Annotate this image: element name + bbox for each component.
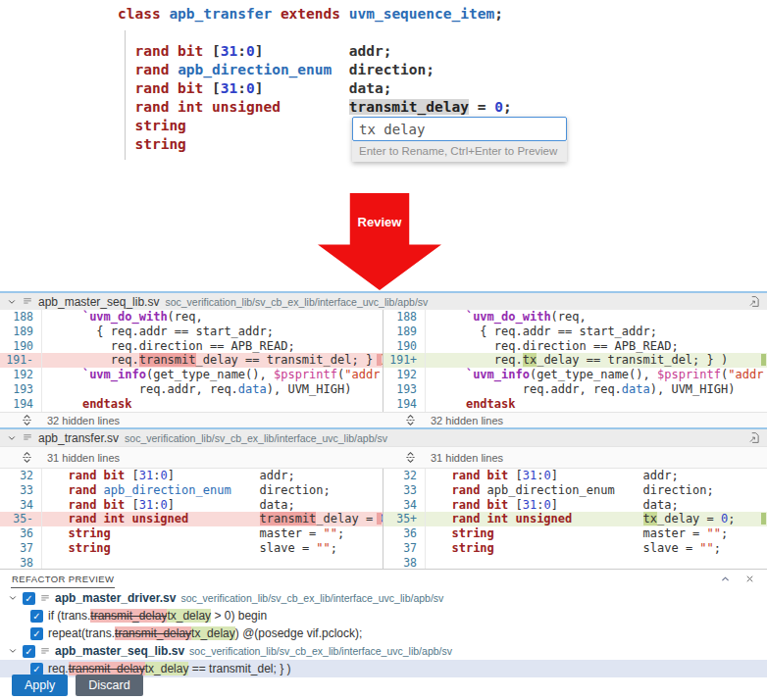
diff-code-row: 191+ req.tx_delay == transmit_del; } ) [384, 353, 767, 368]
unfold-icon[interactable] [405, 451, 416, 464]
line-number: 32 [0, 469, 41, 483]
close-panel-icon[interactable] [744, 574, 755, 584]
hidden-lines-half[interactable]: 32 hidden lines [0, 414, 384, 426]
diff-section: apb_transfer.svsoc_verification_lib/sv_c… [0, 427, 767, 571]
code-line [118, 24, 512, 42]
overview-ruler-mark [377, 354, 382, 366]
diff-code-row: 37 string slave = ""; [0, 541, 383, 556]
checked-checkbox[interactable]: ✓ [23, 592, 35, 605]
diff-code-row: 32 rand bit [31:0] addr; [0, 469, 383, 483]
diff-code-row: 35+ rand int unsigned tx_delay = 0; [384, 512, 767, 526]
overview-ruler-mark [761, 513, 766, 525]
code-text: req.addr, req.data), UVM_HIGH) [425, 382, 767, 397]
line-number: 194 [384, 397, 425, 412]
hidden-lines-half[interactable]: 31 hidden lines [0, 451, 384, 464]
unfold-icon[interactable] [22, 451, 32, 464]
collapse-chevron-icon[interactable] [7, 297, 17, 307]
code-text: req.direction == APB_READ; [425, 339, 767, 354]
diff-code-row: 194 endtask [384, 397, 767, 412]
checked-checkbox[interactable]: ✓ [30, 627, 43, 640]
code-text: string slave = ""; [425, 541, 767, 556]
code-text: rand bit [31:0] data; [425, 498, 767, 513]
refactor-preview-panel: REFACTOR PREVIEW ✓apb_master_driver.svso… [0, 569, 767, 700]
diff-pane-right: 32 rand bit [31:0] addr;33 rand apb_dire… [384, 469, 767, 571]
refactor-file-row[interactable]: ✓apb_master_seq_lib.svsoc_verification_l… [0, 642, 767, 660]
indent-guide [125, 30, 126, 160]
hidden-lines-half[interactable]: 32 hidden lines [384, 414, 767, 426]
code-text: `uvm_do_with(req, [41, 310, 383, 325]
diff-file-path: soc_verification_lib/sv_cb_ex_lib/interf… [165, 296, 428, 308]
hidden-lines-label: 32 hidden lines [431, 415, 503, 426]
diff-pane-left: 188 `uvm_do_with(req,189 { req.addr == s… [0, 310, 384, 412]
line-number: 188 [0, 310, 41, 325]
refactor-file-name: apb_master_driver.sv [55, 591, 176, 605]
diff-code-row: 36 string master = ""; [384, 526, 767, 541]
diff-header: apb_master_seq_lib.svsoc_verification_li… [0, 293, 767, 310]
unfold-icon[interactable] [405, 414, 416, 426]
expand-chevron-icon[interactable] [8, 646, 18, 656]
panel-header: REFACTOR PREVIEW [0, 570, 767, 589]
diff-code-row: 32 rand bit [31:0] addr; [384, 469, 767, 483]
hidden-lines-half[interactable]: 31 hidden lines [384, 451, 767, 464]
line-number: 188 [384, 310, 425, 325]
unfold-icon[interactable] [22, 414, 32, 426]
line-number: 194 [0, 397, 41, 412]
diff-code-row: 189 { req.addr == start_addr; [0, 325, 383, 339]
checked-checkbox[interactable]: ✓ [23, 645, 35, 658]
code-text: req.transmit_delay == transmit_del; } ) [41, 353, 383, 368]
line-number: 34 [0, 498, 41, 513]
diff-file-name: apb_transfer.sv [38, 431, 119, 445]
code-text: `uvm_do_with(req, [425, 310, 767, 325]
diff-code-row: 188 `uvm_do_with(req, [384, 310, 767, 325]
code-text: string slave = ""; [41, 541, 383, 556]
line-number: 193 [384, 382, 425, 397]
code-text: req.direction == APB_READ; [41, 339, 383, 354]
open-file-icon[interactable] [748, 295, 760, 308]
diff-code-row: 35- rand int unsigned transmit_delay = 0… [0, 512, 383, 526]
refactor-file-path: soc_verification_lib/sv_cb_ex_lib/interf… [180, 592, 443, 604]
refactor-change-row[interactable]: ✓repeat(trans.transmit_delaytx_delay) @(… [0, 625, 767, 642]
line-number: 191+ [384, 353, 425, 368]
expand-chevron-icon[interactable] [8, 593, 18, 603]
refactor-file-row[interactable]: ✓apb_master_driver.svsoc_verification_li… [0, 589, 767, 607]
line-number: 190 [0, 339, 41, 354]
code-text: endtask [41, 397, 383, 412]
code-line: rand bit [31:0] addr; [118, 42, 512, 61]
file-icon [40, 646, 50, 657]
line-number: 193 [0, 382, 41, 397]
hidden-lines-label: 31 hidden lines [47, 452, 120, 464]
checked-checkbox[interactable]: ✓ [30, 610, 43, 623]
refactor-file-path: soc_verification_lib/sv_cb_ex_lib/interf… [189, 645, 452, 657]
line-number: 37 [0, 541, 41, 556]
diff-pane-left: 32 rand bit [31:0] addr;33 rand apb_dire… [0, 469, 384, 571]
open-file-icon[interactable] [748, 431, 760, 444]
line-number: 36 [0, 526, 41, 541]
line-number: 192 [384, 368, 425, 382]
file-icon [23, 296, 32, 307]
apply-button[interactable]: Apply [12, 675, 68, 696]
diff-pane-right: 188 `uvm_do_with(req,189 { req.addr == s… [384, 310, 767, 412]
code-line: rand apb_direction_enum direction; [118, 61, 512, 79]
diff-header: apb_transfer.svsoc_verification_lib/sv_c… [0, 429, 767, 446]
code-line: rand int unsigned transmit_delay = 0; [118, 98, 512, 117]
rename-hint: Enter to Rename, Ctrl+Enter to Preview [352, 141, 567, 162]
refactor-change-row[interactable]: ✓if (trans.transmit_delaytx_delay > 0) b… [0, 607, 767, 625]
code-text: rand int unsigned tx_delay = 0; [425, 512, 767, 526]
diff-code-row: 34 rand bit [31:0] data; [0, 498, 383, 513]
collapse-panel-icon[interactable] [720, 574, 731, 584]
diff-code-row: 37 string slave = ""; [384, 541, 767, 556]
diff-code-row: 188 `uvm_do_with(req, [0, 310, 383, 325]
code-text: { req.addr == start_addr; [41, 325, 383, 339]
review-arrow-label: Review [318, 215, 441, 229]
collapse-chevron-icon[interactable] [7, 433, 17, 443]
diff-code-row: 192 `uvm_info(get_type_name(), $psprintf… [384, 368, 767, 382]
file-icon [40, 593, 50, 604]
line-number: 33 [0, 483, 41, 498]
checked-checkbox[interactable]: ✓ [30, 663, 43, 675]
refactor-change-text: if (trans.transmit_delaytx_delay > 0) be… [48, 609, 267, 623]
diff-code-row: 193 req.addr, req.data), UVM_HIGH) [384, 382, 767, 397]
diff-panes: 32 rand bit [31:0] addr;33 rand apb_dire… [0, 469, 767, 571]
code-text: req.addr, req.data), UVM_HIGH) [41, 382, 383, 397]
rename-input[interactable] [352, 117, 567, 141]
discard-button[interactable]: Discard [76, 675, 142, 696]
